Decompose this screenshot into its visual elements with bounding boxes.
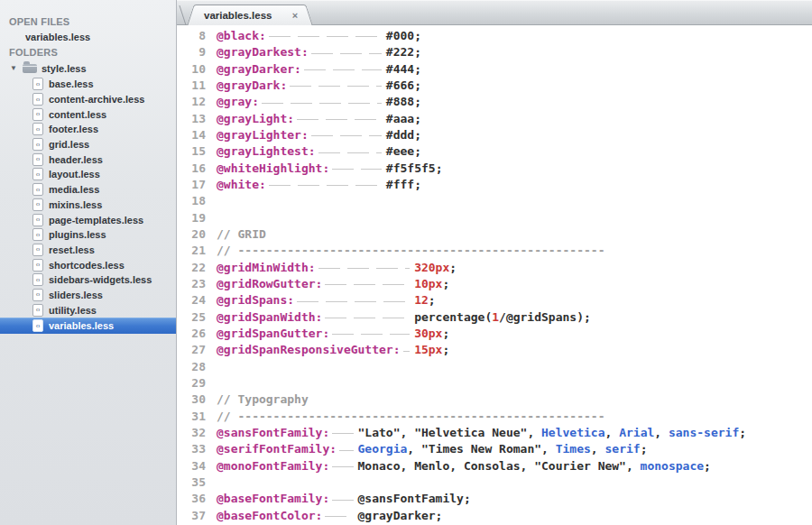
sidebar-item-content-less[interactable]: content.less <box>0 106 176 122</box>
sidebar-item-page-templates-less[interactable]: page-templates.less <box>0 212 176 227</box>
line-number: 24 <box>177 292 206 309</box>
line-content: @grayDarker:#444; <box>206 61 421 78</box>
folders-header: FOLDERS <box>0 45 176 60</box>
folder-file-list: base.lesscontent-archive.lesscontent.les… <box>0 77 176 334</box>
sidebar-item-header-less[interactable]: header.less <box>0 152 176 167</box>
line-number: 32 <box>177 425 206 441</box>
line-content: @gridSpanResponsiveGutter:15px; <box>206 342 449 358</box>
code-line-20[interactable]: 20// GRID <box>177 226 812 243</box>
line-content <box>206 210 217 226</box>
code-file-icon <box>32 289 43 301</box>
sidebar-item-shortcodes-less[interactable]: shortcodes.less <box>0 257 176 272</box>
line-number: 11 <box>177 78 206 94</box>
code-line-23[interactable]: 23@gridRowGutter:10px; <box>177 276 812 292</box>
line-content: @gray:#888; <box>206 94 421 110</box>
code-file-icon <box>32 138 43 151</box>
sidebar-item-grid-less[interactable]: grid.less <box>0 137 176 152</box>
file-name: media.less <box>49 184 99 195</box>
file-name: content.less <box>49 109 106 120</box>
file-name: sliders.less <box>49 290 103 300</box>
file-name: footer.less <box>49 124 98 134</box>
sidebar-item-utility-less[interactable]: utility.less <box>0 302 176 318</box>
tab-variables-less[interactable]: variables.less × <box>197 5 303 25</box>
code-line-22[interactable]: 22@gridMinWidth:320px; <box>177 260 812 276</box>
open-file-variables-less[interactable]: variables.less <box>0 30 176 45</box>
code-line-21[interactable]: 21// -----------------------------------… <box>177 243 812 259</box>
tab-whitespace-guide <box>294 297 414 308</box>
line-number: 29 <box>177 375 206 391</box>
sidebar-item-plugins-less[interactable]: plugins.less <box>0 227 176 243</box>
tab-whitespace-guide <box>309 131 386 142</box>
code-line-36[interactable]: 36@baseFontFamily:@sansFontFamily; <box>177 491 812 507</box>
line-content: @baseFontColor:@grayDarker; <box>206 508 442 524</box>
code-line-31[interactable]: 31// -----------------------------------… <box>177 409 812 425</box>
line-number: 27 <box>177 342 206 358</box>
line-content: @gridSpans:12; <box>206 292 436 309</box>
code-file-icon <box>32 108 43 121</box>
code-line-14[interactable]: 14@grayLighter:#ddd; <box>177 127 812 143</box>
code-line-29[interactable]: 29 <box>177 375 812 391</box>
sidebar-item-variables-less[interactable]: variables.less <box>0 318 176 334</box>
code-line-19[interactable]: 19 <box>177 210 812 226</box>
line-number: 31 <box>177 409 206 425</box>
code-file-icon <box>32 168 43 180</box>
code-file-icon <box>32 259 43 272</box>
sidebar-item-sidebars-widgets-less[interactable]: sidebars-widgets.less <box>0 272 176 288</box>
file-name: header.less <box>49 154 103 165</box>
code-line-37[interactable]: 37@baseFontColor:@grayDarker; <box>177 508 812 524</box>
code-line-27[interactable]: 27@gridSpanResponsiveGutter:15px; <box>177 342 812 358</box>
line-content: @gridSpanGutter:30px; <box>206 326 449 342</box>
tab-whitespace-guide <box>287 81 386 92</box>
line-content <box>206 193 217 209</box>
code-line-34[interactable]: 34@monoFontFamily:Monaco, Menlo, Consola… <box>177 458 812 474</box>
code-line-30[interactable]: 30// Typography <box>177 391 812 408</box>
code-line-9[interactable]: 9@grayDarkest:#222; <box>177 44 812 60</box>
sidebar-item-layout-less[interactable]: layout.less <box>0 167 176 182</box>
code-file-icon <box>32 273 43 286</box>
line-content <box>206 359 217 375</box>
code-line-12[interactable]: 12@gray:#888; <box>177 94 812 110</box>
sidebar-item-media-less[interactable]: media.less <box>0 182 176 198</box>
code-line-16[interactable]: 16@whiteHighlight:#f5f5f5; <box>177 161 812 177</box>
sidebar-item-mixins-less[interactable]: mixins.less <box>0 198 176 213</box>
sidebar-item-base-less[interactable]: base.less <box>0 77 176 92</box>
code-line-8[interactable]: 8@black:#000; <box>177 28 812 44</box>
line-number: 12 <box>177 94 206 110</box>
code-line-18[interactable]: 18 <box>177 193 812 209</box>
code-line-32[interactable]: 32@sansFontFamily:"Lato", "Helvetica Neu… <box>177 425 812 441</box>
line-number: 33 <box>177 441 206 457</box>
sidebar-item-reset-less[interactable]: reset.less <box>0 243 176 258</box>
code-file-icon <box>32 244 43 256</box>
tab-whitespace-guide <box>322 511 357 522</box>
code-file-icon <box>32 198 43 211</box>
line-content: @gridSpanWidth:percentage(1/@gridSpans); <box>206 309 591 326</box>
file-name: content-archive.less <box>49 94 144 105</box>
line-content: // GRID <box>206 226 266 243</box>
line-content: @white:#fff; <box>206 177 421 193</box>
code-line-15[interactable]: 15@grayLightest:#eee; <box>177 143 812 160</box>
line-content: // -------------------------------------… <box>206 243 604 259</box>
code-line-33[interactable]: 33@serifFontFamily:Georgia, "Times New R… <box>177 441 812 457</box>
code-line-11[interactable]: 11@grayDark:#666; <box>177 78 812 94</box>
file-name: mixins.less <box>49 199 102 210</box>
code-area[interactable]: 8@black:#000;9@grayDarkest:#222;10@grayD… <box>177 25 812 525</box>
code-line-25[interactable]: 25@gridSpanWidth:percentage(1/@gridSpans… <box>177 309 812 326</box>
code-line-10[interactable]: 10@grayDarker:#444; <box>177 61 812 78</box>
code-line-17[interactable]: 17@white:#fff; <box>177 177 812 193</box>
sidebar-item-sliders-less[interactable]: sliders.less <box>0 288 176 303</box>
line-number: 16 <box>177 161 206 177</box>
code-line-26[interactable]: 26@gridSpanGutter:30px; <box>177 326 812 342</box>
sidebar-item-content-archive-less[interactable]: content-archive.less <box>0 92 176 107</box>
code-line-28[interactable]: 28 <box>177 359 812 375</box>
folder-icon <box>23 64 37 73</box>
sidebar-folder-style-less[interactable]: ▼ style.less <box>0 60 176 76</box>
line-number: 20 <box>177 226 206 243</box>
close-icon[interactable]: × <box>289 10 301 21</box>
code-line-35[interactable]: 35 <box>177 474 812 491</box>
file-name: variables.less <box>49 320 114 331</box>
disclosure-triangle-icon[interactable]: ▼ <box>9 64 18 72</box>
sidebar-item-footer-less[interactable]: footer.less <box>0 122 176 137</box>
code-line-13[interactable]: 13@grayLight:#aaa; <box>177 111 812 127</box>
file-name: reset.less <box>49 244 95 255</box>
code-line-24[interactable]: 24@gridSpans:12; <box>177 292 812 309</box>
